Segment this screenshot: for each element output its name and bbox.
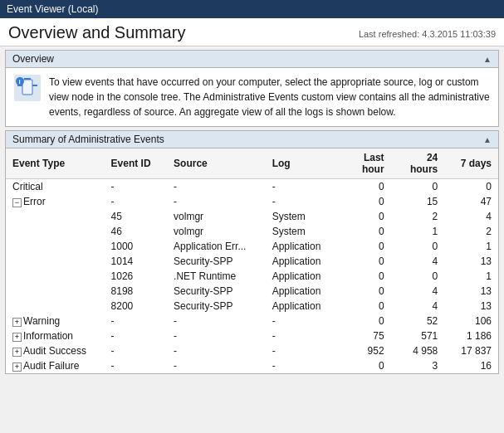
cell-event-type[interactable]: +Audit Failure <box>6 358 105 373</box>
table-header-row: Event Type Event ID Source Log Last hour… <box>6 148 498 179</box>
cell-last-hour: 0 <box>337 299 391 314</box>
event-type-label: Information <box>23 330 73 342</box>
cell-source: - <box>167 328 266 343</box>
table-row[interactable]: 8200Security-SPPApplication0413 <box>6 299 498 314</box>
cell-last-hour: 0 <box>337 269 391 284</box>
cell-last-hour: 0 <box>337 209 391 224</box>
cell-event-id: - <box>105 328 167 343</box>
title-bar-text: Event Viewer (Local) <box>7 3 99 15</box>
table-row[interactable]: 1014Security-SPPApplication0413 <box>6 254 498 269</box>
table-row[interactable]: 1026.NET RuntimeApplication001 <box>6 269 498 284</box>
cell-24h: 2 <box>391 209 445 224</box>
cell-log: Application <box>266 239 337 254</box>
cell-24h: 0 <box>391 239 445 254</box>
table-row[interactable]: +Audit Success---9524 95817 837 <box>6 343 498 358</box>
event-type-label: Warning <box>23 315 60 327</box>
cell-7d: 13 <box>444 284 498 299</box>
cell-event-id: - <box>105 179 167 195</box>
expand-button[interactable]: + <box>12 318 22 327</box>
cell-event-id: 8198 <box>105 284 167 299</box>
cell-source: .NET Runtime <box>167 269 266 284</box>
col-header-24h: 24 hours <box>391 148 445 179</box>
cell-event-id: 8200 <box>105 299 167 314</box>
cell-event-type <box>6 269 105 284</box>
cell-7d: 0 <box>444 179 498 195</box>
cell-event-type[interactable]: +Audit Success <box>6 343 105 358</box>
cell-source: volmgr <box>167 224 266 239</box>
cell-last-hour: 0 <box>337 254 391 269</box>
col-header-7d: 7 days <box>444 148 498 179</box>
cell-source: volmgr <box>167 209 266 224</box>
event-type-label: Error <box>23 196 46 207</box>
cell-7d: 13 <box>444 254 498 269</box>
cell-7d: 1 <box>444 269 498 284</box>
cell-24h: 4 <box>391 299 445 314</box>
cell-last-hour: 0 <box>337 284 391 299</box>
cell-source: - <box>167 179 266 195</box>
cell-last-hour: 0 <box>337 358 391 373</box>
table-row[interactable]: +Information---755711 186 <box>6 328 498 343</box>
cell-source: - <box>167 343 266 358</box>
col-header-log: Log <box>266 148 337 179</box>
summary-section: Summary of Administrative Events ▲ Event… <box>5 130 499 374</box>
summary-collapse-btn[interactable]: ▲ <box>483 135 492 144</box>
cell-event-type <box>6 299 105 314</box>
cell-event-type <box>6 239 105 254</box>
table-row[interactable]: 1000Application Err...Application001 <box>6 239 498 254</box>
event-type-label: Audit Failure <box>23 360 79 372</box>
cell-7d: 2 <box>444 224 498 239</box>
table-row[interactable]: 45volmgrSystem024 <box>6 209 498 224</box>
cell-7d: 16 <box>444 358 498 373</box>
overview-content: i To view events that have occurred on y… <box>6 68 498 126</box>
table-row[interactable]: +Audit Failure---0316 <box>6 358 498 373</box>
cell-24h: 0 <box>391 269 445 284</box>
expand-button[interactable]: − <box>12 198 22 207</box>
cell-event-type <box>6 209 105 224</box>
table-row[interactable]: −Error---01547 <box>6 194 498 209</box>
table-row[interactable]: 8198Security-SPPApplication0413 <box>6 284 498 299</box>
cell-7d: 1 <box>444 239 498 254</box>
cell-event-type[interactable]: +Information <box>6 328 105 343</box>
summary-header[interactable]: Summary of Administrative Events ▲ <box>6 131 498 148</box>
overview-label: Overview <box>12 53 54 65</box>
expand-button[interactable]: + <box>12 348 22 357</box>
overview-collapse-btn[interactable]: ▲ <box>483 55 492 64</box>
cell-event-id: - <box>105 358 167 373</box>
cell-event-id: 1000 <box>105 239 167 254</box>
cell-event-id: - <box>105 314 167 328</box>
cell-event-type[interactable]: −Error <box>6 194 105 209</box>
cell-event-id: - <box>105 194 167 209</box>
cell-log: - <box>266 343 337 358</box>
cell-24h: 4 <box>391 284 445 299</box>
event-type-label: Critical <box>12 181 43 192</box>
svg-text:i: i <box>19 78 21 85</box>
cell-source: - <box>167 314 266 328</box>
expand-button[interactable]: + <box>12 362 22 372</box>
cell-last-hour: 0 <box>337 194 391 209</box>
cell-log: System <box>266 209 337 224</box>
cell-24h: 0 <box>391 179 445 195</box>
cell-log: - <box>266 358 337 373</box>
cell-7d: 47 <box>444 194 498 209</box>
table-row[interactable]: Critical---000 <box>6 179 498 195</box>
cell-event-id: 46 <box>105 224 167 239</box>
summary-label: Summary of Administrative Events <box>12 134 164 145</box>
last-refreshed: Last refreshed: 4.3.2015 11:03:39 <box>359 29 496 42</box>
cell-24h: 52 <box>391 314 445 328</box>
cell-7d: 4 <box>444 209 498 224</box>
cell-event-type: Critical <box>6 179 105 195</box>
cell-last-hour: 75 <box>337 328 391 343</box>
cell-log: System <box>266 224 337 239</box>
cell-event-type <box>6 284 105 299</box>
expand-button[interactable]: + <box>12 333 22 342</box>
event-type-label: Audit Success <box>23 345 86 357</box>
overview-section: Overview ▲ i To view events that have oc… <box>5 50 499 127</box>
table-row[interactable]: +Warning---052106 <box>6 314 498 328</box>
cell-event-type[interactable]: +Warning <box>6 314 105 328</box>
cell-24h: 4 <box>391 254 445 269</box>
overview-header[interactable]: Overview ▲ <box>6 51 498 68</box>
cell-event-id: 1014 <box>105 254 167 269</box>
cell-event-type <box>6 224 105 239</box>
cell-last-hour: 0 <box>337 179 391 195</box>
table-row[interactable]: 46volmgrSystem012 <box>6 224 498 239</box>
